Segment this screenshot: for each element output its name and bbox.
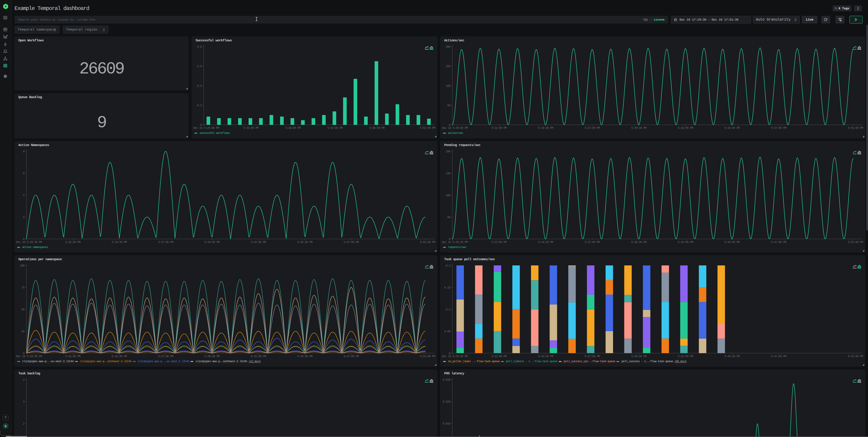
svg-text:75: 75 <box>22 286 25 289</box>
svg-text:5:47:00 PM: 5:47:00 PM <box>771 241 786 244</box>
svg-text:10K: 10K <box>446 194 451 197</box>
svg-text:5:34:30 PM: 5:34:30 PM <box>112 241 127 244</box>
svg-text:5:34:30 PM: 5:34:30 PM <box>538 355 553 358</box>
svg-text:5:37:00 PM: 5:37:00 PM <box>585 355 600 358</box>
svg-text:0.2: 0.2 <box>446 264 450 268</box>
svg-text:no_poller_tasks ..-flow-task-q: no_poller_tasks ..-flow-task-queue <box>448 360 500 363</box>
svg-text:5:39:30 PM: 5:39:30 PM <box>204 241 219 244</box>
svg-text:0.038: 0.038 <box>442 378 450 382</box>
svg-text:5:51:00 PM: 5:51:00 PM <box>420 241 435 244</box>
svg-text:poll_success_syn..-flow-task-q: poll_success_syn..-flow-task-queue <box>564 360 615 363</box>
svg-text:poll_success · c..-flow-task-q: poll_success · c..-flow-task-queue <box>621 360 673 363</box>
svg-text:5:47:00 PM: 5:47:00 PM <box>771 127 786 130</box>
svg-text:0.2: 0.2 <box>197 104 202 107</box>
svg-text:6: 6 <box>23 172 24 175</box>
svg-text:200: 200 <box>446 45 450 49</box>
svg-text:5:34:00 PM: 5:34:00 PM <box>243 127 258 130</box>
svg-text:5:32:00 PM: 5:32:00 PM <box>491 127 506 130</box>
svg-text:5:39:30 PM: 5:39:30 PM <box>631 355 646 358</box>
svg-text:successful workflows: successful workflows <box>199 132 230 135</box>
svg-text:5:32:00 PM: 5:32:00 PM <box>491 355 506 358</box>
svg-text:5:32:00 PM: 5:32:00 PM <box>491 241 506 244</box>
svg-text:3: 3 <box>23 400 24 404</box>
svg-text:clickpipes-aws-p..-us-east-2.l: clickpipes-aws-p..-us-east-2.l2c4n <box>22 360 74 363</box>
svg-text:0: 0 <box>23 352 24 355</box>
svg-text:0.6: 0.6 <box>197 65 202 68</box>
svg-text:5:34:30 PM: 5:34:30 PM <box>538 127 553 130</box>
svg-text:active namespaces: active namespaces <box>22 246 48 249</box>
svg-text:50: 50 <box>447 104 451 107</box>
svg-text:5:34:30 PM: 5:34:30 PM <box>112 355 127 358</box>
svg-text:5:39:30 PM: 5:39:30 PM <box>204 355 219 358</box>
svg-text:4: 4 <box>23 378 24 382</box>
svg-text:requests/sec: requests/sec <box>448 246 466 249</box>
svg-text:5:37:00 PM: 5:37:00 PM <box>158 355 173 358</box>
svg-text:Dec 16 5:29:30 PM: Dec 16 5:29:30 PM <box>442 355 468 358</box>
svg-text:5:42:00 PM: 5:42:00 PM <box>251 241 266 244</box>
svg-text:5:51:00 PM: 5:51:00 PM <box>848 127 863 130</box>
svg-text:D: D <box>5 425 6 428</box>
svg-text:0.4: 0.4 <box>197 85 202 88</box>
svg-text:0: 0 <box>23 238 24 241</box>
svg-text:20K: 20K <box>446 150 451 153</box>
svg-text:0: 0 <box>449 124 450 127</box>
svg-text:5:37:00 PM: 5:37:00 PM <box>158 241 173 244</box>
svg-text:5:38:00 PM: 5:38:00 PM <box>285 127 301 130</box>
svg-text:clickpipes-aws-p..outheast-2.l: clickpipes-aws-p..outheast-2.l2c4n <box>195 360 247 363</box>
svg-text:2: 2 <box>23 216 24 219</box>
svg-text:5:42:00 PM: 5:42:00 PM <box>678 127 693 130</box>
svg-text:5:51:00 PM: 5:51:00 PM <box>420 127 435 130</box>
svg-text:15K: 15K <box>446 172 451 175</box>
svg-text:clickpipes-aws-p..outheast-2.l: clickpipes-aws-p..outheast-2.l2c4n <box>80 360 131 363</box>
svg-text:0.1: 0.1 <box>446 308 450 311</box>
svg-text:5:42:00 PM: 5:42:00 PM <box>678 241 693 244</box>
svg-text:5:32:00 PM: 5:32:00 PM <box>65 241 81 244</box>
svg-text:0: 0 <box>449 238 450 241</box>
svg-text:Dec 16 5:29:30 PM: Dec 16 5:29:30 PM <box>193 127 219 130</box>
svg-text:5:39:30 PM: 5:39:30 PM <box>631 241 646 244</box>
svg-text:action/sec: action/sec <box>448 132 463 135</box>
svg-text:5:42:00 PM: 5:42:00 PM <box>678 355 693 358</box>
svg-text:150: 150 <box>446 65 450 68</box>
svg-text:5:37:00 PM: 5:37:00 PM <box>585 241 600 244</box>
svg-text:5:39:30 PM: 5:39:30 PM <box>631 127 646 130</box>
svg-text:0: 0 <box>200 124 202 127</box>
svg-text:5:44:30 PM: 5:44:30 PM <box>297 355 312 358</box>
svg-text:Dec 16 5:29:30 PM: Dec 16 5:29:30 PM <box>442 241 468 244</box>
svg-text:50: 50 <box>22 308 25 311</box>
svg-text:0.019: 0.019 <box>442 422 450 426</box>
svg-text:100: 100 <box>20 264 24 268</box>
svg-text:5:44:30 PM: 5:44:30 PM <box>724 355 740 358</box>
svg-text:5:42:00 PM: 5:42:00 PM <box>327 127 342 130</box>
svg-text:0.05: 0.05 <box>444 330 450 333</box>
svg-text:5:51:00 PM: 5:51:00 PM <box>420 355 435 358</box>
svg-text:5:32:00 PM: 5:32:00 PM <box>65 355 81 358</box>
svg-text:poll_timeout · c..-flow-task-q: poll_timeout · c..-flow-task-queue <box>506 360 557 363</box>
svg-text:5:47:00 PM: 5:47:00 PM <box>344 241 359 244</box>
svg-text:Dec 16 5:29:30 PM: Dec 16 5:29:30 PM <box>442 127 468 130</box>
svg-text:Dec 16 5:29:30 PM: Dec 16 5:29:30 PM <box>16 241 42 244</box>
svg-text:5K: 5K <box>447 216 451 219</box>
svg-text:5:44:30 PM: 5:44:30 PM <box>724 241 740 244</box>
svg-text:?: ? <box>4 416 6 420</box>
svg-text:+12 more: +12 more <box>248 360 260 363</box>
svg-text:0: 0 <box>449 352 450 355</box>
svg-text:clickpipes-aws-p..-us-east-1.l: clickpipes-aws-p..-us-east-1.l2c4n <box>138 360 189 363</box>
svg-text:4: 4 <box>23 194 24 197</box>
svg-text:5:46:00 PM: 5:46:00 PM <box>369 127 384 130</box>
svg-text:100: 100 <box>446 85 450 88</box>
svg-text:5:51:00 PM: 5:51:00 PM <box>848 355 863 358</box>
svg-text:0.8: 0.8 <box>197 45 202 49</box>
svg-text:5:51:00 PM: 5:51:00 PM <box>848 241 863 244</box>
svg-text:5:34:30 PM: 5:34:30 PM <box>538 241 553 244</box>
svg-text:25: 25 <box>22 330 25 333</box>
svg-text:5:47:00 PM: 5:47:00 PM <box>771 355 786 358</box>
svg-text:0.15: 0.15 <box>444 286 450 289</box>
svg-text:5:44:30 PM: 5:44:30 PM <box>297 241 312 244</box>
svg-text:5:37:00 PM: 5:37:00 PM <box>585 127 600 130</box>
svg-text:Dec 16 5:29:30 PM: Dec 16 5:29:30 PM <box>16 355 42 358</box>
svg-text:0.029: 0.029 <box>442 400 450 404</box>
svg-text:8: 8 <box>23 150 24 153</box>
svg-text:5:42:00 PM: 5:42:00 PM <box>251 355 266 358</box>
svg-text:5:44:30 PM: 5:44:30 PM <box>724 127 740 130</box>
